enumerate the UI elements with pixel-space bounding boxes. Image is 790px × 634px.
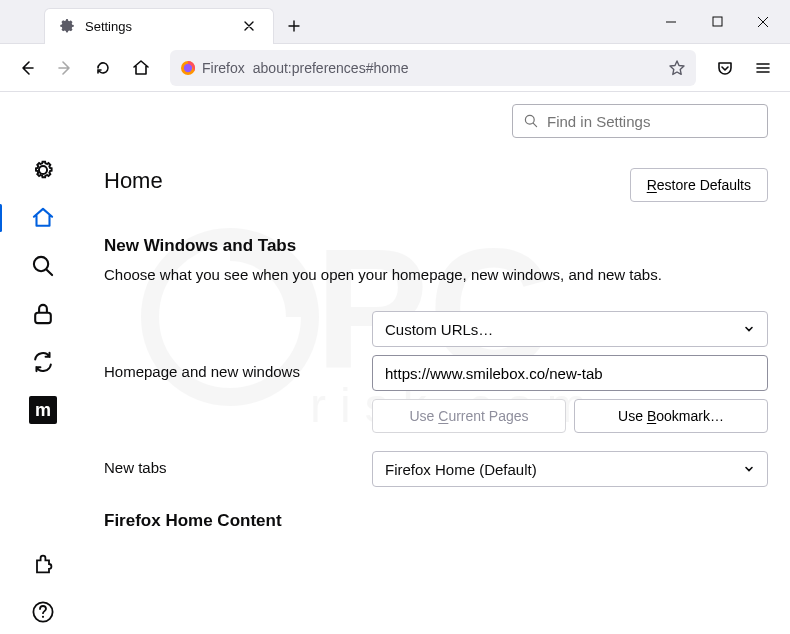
home-button[interactable] — [124, 51, 158, 85]
settings-content: Home Restore Defaults New Windows and Ta… — [86, 92, 790, 634]
star-icon — [668, 59, 686, 77]
tab-label: Settings — [85, 19, 229, 34]
back-icon — [18, 59, 36, 77]
chevron-down-icon — [743, 463, 755, 475]
maximize-icon — [712, 16, 723, 27]
newtabs-mode-select[interactable]: Firefox Home (Default) — [372, 451, 768, 487]
browser-titlebar: Settings — [0, 0, 790, 44]
minimize-icon — [665, 16, 677, 28]
sidebar-item-sync[interactable] — [21, 340, 65, 384]
settings-sidebar: m — [0, 92, 86, 634]
puzzle-icon — [31, 552, 55, 576]
find-in-settings-input[interactable] — [547, 113, 757, 130]
window-controls — [648, 4, 786, 40]
homepage-url-input[interactable] — [372, 355, 768, 391]
forward-button — [48, 51, 82, 85]
pocket-icon — [716, 59, 734, 77]
browser-toolbar: Firefox about:preferences#home — [0, 44, 790, 92]
search-icon — [30, 253, 56, 279]
homepage-mode-select[interactable]: Custom URLs… — [372, 311, 768, 347]
close-icon — [243, 20, 255, 32]
sidebar-item-home[interactable] — [21, 196, 65, 240]
urlbar-identity-text: Firefox — [202, 60, 245, 76]
window-maximize-button[interactable] — [694, 4, 740, 40]
back-button[interactable] — [10, 51, 44, 85]
close-icon — [757, 16, 769, 28]
svg-point-9 — [42, 616, 44, 618]
svg-point-10 — [525, 115, 534, 124]
page-title: Home — [104, 168, 163, 194]
firefox-icon — [180, 60, 196, 76]
lock-icon — [30, 301, 56, 327]
sidebar-item-more-mozilla[interactable]: m — [21, 388, 65, 432]
newtabs-label: New tabs — [104, 451, 372, 476]
home-icon — [30, 205, 56, 231]
home-icon — [131, 58, 151, 78]
sidebar-item-help[interactable] — [21, 590, 65, 634]
plus-icon — [287, 19, 301, 33]
app-menu-button[interactable] — [746, 51, 780, 85]
mozilla-icon: m — [29, 396, 57, 424]
new-tab-button[interactable] — [280, 12, 308, 40]
homepage-mode-value: Custom URLs… — [385, 321, 493, 338]
urlbar-text: about:preferences#home — [253, 60, 409, 76]
section-new-windows-tabs-desc: Choose what you see when you open your h… — [104, 266, 768, 283]
help-icon — [31, 600, 55, 624]
reload-button[interactable] — [86, 51, 120, 85]
gear-icon — [59, 18, 75, 34]
window-close-button[interactable] — [740, 4, 786, 40]
urlbar-identity: Firefox — [180, 60, 245, 76]
find-in-settings[interactable] — [512, 104, 768, 138]
chevron-down-icon — [743, 323, 755, 335]
svg-rect-3 — [713, 17, 722, 26]
bookmark-star-button[interactable] — [668, 59, 686, 77]
window-minimize-button[interactable] — [648, 4, 694, 40]
svg-rect-7 — [35, 313, 51, 323]
hamburger-icon — [754, 59, 772, 77]
homepage-label: Homepage and new windows — [104, 355, 372, 380]
forward-icon — [56, 59, 74, 77]
browser-tab[interactable]: Settings — [44, 8, 274, 44]
sidebar-item-extensions[interactable] — [21, 542, 65, 586]
sidebar-item-search[interactable] — [21, 244, 65, 288]
close-tab-button[interactable] — [239, 16, 259, 36]
svg-point-6 — [34, 257, 48, 271]
section-new-windows-tabs-title: New Windows and Tabs — [104, 236, 768, 256]
pocket-button[interactable] — [708, 51, 742, 85]
sidebar-item-privacy[interactable] — [21, 292, 65, 336]
use-bookmark-button[interactable]: Use Bookmark… — [574, 399, 768, 433]
use-current-pages-button: Use Current Pages — [372, 399, 566, 433]
sync-icon — [30, 349, 56, 375]
reload-icon — [94, 59, 112, 77]
sidebar-item-general[interactable] — [21, 148, 65, 192]
search-icon — [523, 113, 539, 129]
gear-icon — [30, 157, 56, 183]
restore-defaults-button[interactable]: Restore Defaults — [630, 168, 768, 202]
section-firefox-home-content-title: Firefox Home Content — [104, 511, 768, 531]
url-bar[interactable]: Firefox about:preferences#home — [170, 50, 696, 86]
newtabs-mode-value: Firefox Home (Default) — [385, 461, 537, 478]
